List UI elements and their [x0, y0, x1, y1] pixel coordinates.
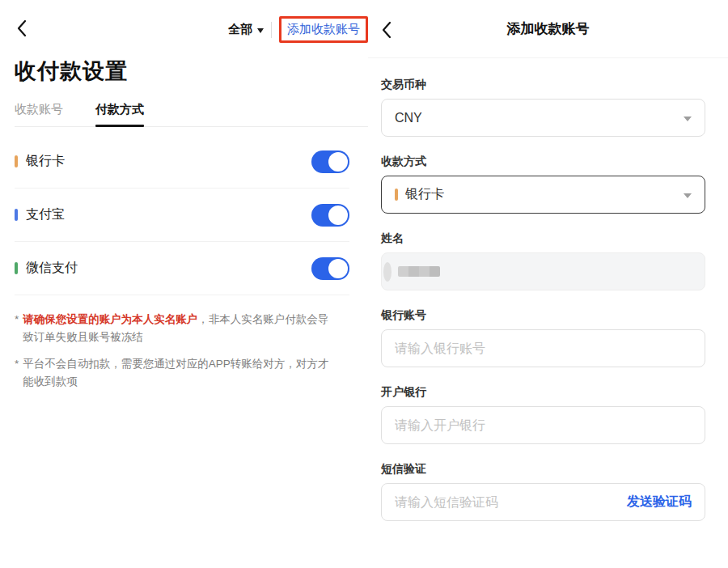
toggle-knob — [328, 259, 348, 278]
bank-account-label: 银行账号 — [381, 308, 705, 323]
bank-account-field — [381, 329, 705, 367]
page-title: 收付款设置 — [15, 57, 368, 86]
back-icon — [16, 19, 27, 40]
method-label: 银行卡 — [26, 153, 65, 170]
filter-dropdown[interactable]: 全部 — [228, 22, 264, 37]
sms-label: 短信验证 — [381, 462, 705, 477]
receive-method-value: 银行卡 — [405, 186, 444, 203]
send-verification-code-button[interactable]: 发送验证码 — [619, 494, 692, 511]
note-manual-transfer: * 平台不会自动扣款，需要您通过对应的APP转账给对方，对方才能收到款项 — [15, 355, 332, 390]
note-bullet: * — [15, 355, 19, 390]
currency-select[interactable]: CNY — [381, 99, 705, 137]
add-account-form: 交易币种 CNY 收款方式 银行卡 姓名 — [368, 58, 728, 521]
tab-bar: 收款账号 付款方式 — [15, 102, 368, 127]
chevron-down-icon — [684, 193, 692, 198]
alipay-icon — [15, 209, 18, 221]
panel-add-account: 添加收款账号 交易币种 CNY 收款方式 银行卡 — [368, 0, 728, 568]
note-text: 请确保您设置的账户为本人实名账户，非本人实名账户付款会导致订单失败且账号被冻结 — [23, 311, 332, 345]
page-title: 添加收款账号 — [507, 19, 590, 38]
name-label: 姓名 — [381, 231, 705, 246]
panel-payment-settings: 全部 添加收款账号 收付款设置 收款账号 付款方式 银行卡 — [0, 0, 368, 568]
back-button[interactable] — [379, 19, 393, 43]
bank-branch-group: 开户银行 — [381, 385, 705, 444]
list-item-bank-card: 银行卡 — [15, 135, 349, 189]
list-item-wechat-pay: 微信支付 — [15, 242, 349, 295]
payment-method-list: 银行卡 支付宝 微信支付 — [15, 135, 349, 295]
method-label: 微信支付 — [26, 260, 78, 277]
sms-verification-group: 短信验证 发送验证码 — [381, 462, 705, 521]
toggle-knob — [328, 152, 348, 172]
currency-label: 交易币种 — [381, 78, 705, 92]
bank-card-icon — [15, 155, 18, 167]
back-button[interactable] — [15, 18, 28, 41]
wechat-toggle[interactable] — [311, 257, 349, 280]
receive-method-label: 收款方式 — [381, 155, 705, 169]
screen: 全部 添加收款账号 收付款设置 收款账号 付款方式 银行卡 — [0, 0, 728, 568]
sms-field: 发送验证码 — [381, 483, 705, 521]
alipay-label-group: 支付宝 — [15, 206, 65, 223]
wechat-label-group: 微信支付 — [15, 260, 78, 277]
bank-card-label-group: 银行卡 — [15, 153, 65, 170]
tab-receiving-accounts[interactable]: 收款账号 — [15, 102, 63, 126]
redacted-name — [398, 266, 440, 277]
back-icon — [381, 21, 392, 41]
receive-method-select[interactable]: 银行卡 — [381, 176, 705, 214]
bank-branch-field — [381, 406, 705, 444]
currency-group: 交易币种 CNY — [381, 78, 705, 137]
sms-code-input[interactable] — [395, 495, 619, 510]
note-text: 平台不会自动扣款，需要您通过对应的APP转账给对方，对方才能收到款项 — [23, 355, 332, 390]
left-header: 全部 添加收款账号 — [0, 0, 368, 43]
chevron-down-icon — [257, 28, 264, 33]
name-group: 姓名 — [381, 231, 705, 290]
note-bullet: * — [15, 311, 19, 345]
note-emphasis: 请确保您设置的账户为本人实名账户 — [23, 313, 197, 325]
bank-account-group: 银行账号 — [381, 308, 705, 367]
right-header: 添加收款账号 — [368, 0, 728, 58]
receive-method-group: 收款方式 银行卡 — [381, 155, 705, 214]
list-item-alipay: 支付宝 — [15, 189, 349, 242]
alipay-toggle[interactable] — [311, 204, 349, 227]
tab-payment-methods[interactable]: 付款方式 — [95, 102, 144, 126]
note-real-name-warning: * 请确保您设置的账户为本人实名账户，非本人实名账户付款会导致订单失败且账号被冻… — [15, 311, 332, 345]
filter-label: 全部 — [228, 22, 252, 37]
method-label: 支付宝 — [26, 206, 65, 223]
toggle-knob — [328, 206, 348, 225]
footnotes: * 请确保您设置的账户为本人实名账户，非本人实名账户付款会导致订单失败且账号被冻… — [15, 311, 332, 390]
redacted-mark — [383, 262, 392, 282]
bank-account-input[interactable] — [395, 341, 692, 356]
receive-method-value-group: 银行卡 — [395, 186, 444, 203]
bank-card-toggle[interactable] — [311, 150, 349, 173]
bank-branch-label: 开户银行 — [381, 385, 705, 400]
note-rest: 平台不会自动扣款，需要您通过对应的APP转账给对方，对方才能收到款项 — [23, 358, 328, 388]
bank-branch-input[interactable] — [395, 418, 692, 433]
chevron-down-icon — [684, 117, 692, 121]
vertical-divider — [271, 22, 272, 38]
left-header-actions: 全部 添加收款账号 — [228, 16, 368, 43]
wechat-pay-icon — [15, 262, 18, 274]
add-receiving-account-button[interactable]: 添加收款账号 — [279, 16, 368, 43]
bank-card-icon — [395, 189, 398, 201]
name-field — [381, 252, 705, 290]
currency-value: CNY — [395, 111, 422, 125]
